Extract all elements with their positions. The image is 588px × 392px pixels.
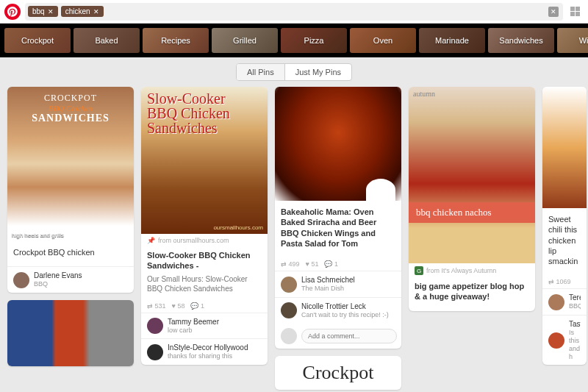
pin-stats: ⇄ 1069 [542,275,587,288]
pin-card[interactable]: autumn bbq chicken nachos G from It's Al… [409,87,535,311]
pin-image[interactable]: Slow-Cooker BBQ Chicken Sandwiches oursm… [141,87,268,234]
user-name: Darlene Evans [34,271,82,280]
pin-title-script: Crockpot [275,356,401,390]
user-name: Tammy Beemer [168,318,219,327]
pin-card[interactable]: Sweet chili this chicken lip smackin ⇄ 1… [542,87,587,365]
category-strip: Crockpot Baked Recipes Grilled Pizza Ove… [0,24,588,57]
pinner-row[interactable]: Tammy Beemer low carb [141,313,268,339]
category-grilled[interactable]: Grilled [212,28,278,53]
pin-grid: CROCKPOT BBQ Chicken SANDWICHES high hee… [0,87,588,390]
tab-all-pins[interactable]: All Pins [237,64,285,80]
grid-column: CROCKPOT BBQ Chicken SANDWICHES high hee… [7,87,134,366]
pin-image[interactable]: CROCKPOT BBQ Chicken SANDWICHES high hee… [7,87,134,241]
search-bar[interactable]: bbq ✕ chicken ✕ ✕ [25,3,563,21]
grid-column: autumn bbq chicken nachos G from It's Al… [409,87,535,311]
user-name: Lisa Schmeichel [301,276,355,285]
source-badge-icon: G [415,266,423,275]
pin-image[interactable]: autumn bbq chicken nachos [409,87,535,263]
image-overlay-text: Slow-Cooker BBQ Chicken Sandwiches [147,91,230,135]
search-tag-chicken[interactable]: chicken ✕ [61,6,104,17]
pin-title: big game appetizer blog hop & a huge giv… [415,281,529,302]
avatar [281,302,297,318]
tag-label: bbq [32,7,45,15]
remove-tag-icon[interactable]: ✕ [48,8,54,15]
pinner-row[interactable]: Teres BBQS [542,288,587,315]
comment-input[interactable] [301,329,397,343]
pin-title: Sweet chili this chicken lip smackin [548,214,581,266]
pin-card[interactable] [7,300,134,366]
commenter-row[interactable]: InStyle-Decor Hollywood thanks for shari… [141,338,268,365]
comment-count: 💬 1 [324,260,338,268]
pin-card[interactable]: CROCKPOT BBQ Chicken SANDWICHES high hee… [7,87,134,293]
category-crockpot[interactable]: Crockpot [4,28,71,53]
board-name: low carb [168,327,219,335]
pinner-row[interactable]: Lisa Schmeichel The Main Dish [275,271,401,297]
category-sandwiches[interactable]: Sandwiches [488,28,554,53]
category-oven[interactable]: Oven [350,28,416,53]
comment-text: thanks for sharing this [168,352,248,360]
tab-just-my-pins[interactable]: Just My Pins [285,64,351,80]
pin-card[interactable]: Bakeaholic Mama: Oven Baked Sriracha and… [275,87,401,349]
filter-tabs-row: All Pins Just My Pins [0,57,588,87]
search-tag-bbq[interactable]: bbq ✕ [28,6,58,17]
grid-column: Slow-Cooker BBQ Chicken Sandwiches oursm… [141,87,268,365]
pinterest-logo[interactable] [4,4,21,20]
image-overlay-text: CROCKPOT BBQ Chicken SANDWICHES [7,93,134,124]
header-bar: bbq ✕ chicken ✕ ✕ [0,0,588,24]
pin-image[interactable] [275,87,401,201]
comment-box [275,324,401,349]
filter-tabs: All Pins Just My Pins [236,63,352,81]
comment-text: Is this and h [569,329,581,360]
avatar [281,328,297,344]
commenter-row[interactable]: Tasty Is this and h [542,315,587,365]
grid-column: Sweet chili this chicken lip smackin ⇄ 1… [542,87,587,365]
category-recipes[interactable]: Recipes [143,28,209,53]
image-watermark: oursmallhours.com [213,224,263,231]
avatar [147,318,163,334]
category-baked[interactable]: Baked [74,28,140,53]
like-count: ♥ 51 [306,260,319,268]
avatar [147,344,163,360]
commenter-row[interactable]: Nicolle Trottier Leck Can't wait to try … [275,297,401,324]
grid-column: Bakeaholic Mama: Oven Baked Sriracha and… [275,87,401,390]
category-wings[interactable]: Wings [557,28,588,53]
category-marinade[interactable]: Marinade [419,28,485,53]
user-name: Tasty [569,320,581,329]
board-name: BBQS [569,302,581,310]
remove-tag-icon[interactable]: ✕ [93,8,99,15]
like-count: ♥ 58 [172,302,185,310]
pin-stats: ⇄ 499 ♥ 51 💬 1 [275,257,401,271]
pin-title: Crockpot BBQ chicken [13,247,128,257]
pin-title: Bakeaholic Mama: Oven Baked Sriracha and… [281,207,395,249]
avatar [281,277,297,293]
comment-count: 💬 1 [190,302,204,310]
pin-description: Our Small Hours: Slow-Cooker BBQ Chicken… [147,274,262,293]
comment-text: Can't wait to try this recipe! :-) [301,311,389,319]
grid-view-button[interactable] [567,4,584,20]
avatar [548,294,564,310]
user-name: Nicolle Trottier Leck [301,302,389,311]
pin-card[interactable]: Crockpot [275,356,401,390]
image-banner-text: bbq chicken nachos [409,202,535,223]
avatar [548,332,564,349]
pin-icon: 📌 [147,237,155,244]
pin-image[interactable] [542,87,587,208]
image-source-label: autumn [413,90,435,98]
pin-card[interactable]: Slow-Cooker BBQ Chicken Sandwiches oursm… [141,87,268,365]
category-pizza[interactable]: Pizza [281,28,347,53]
pin-source: 📌 from oursmallhours.com [141,234,268,244]
pin-source: G from It's Always Autumn [409,263,535,275]
pinner-row[interactable]: Darlene Evans BBQ [7,266,134,293]
repin-count: ⇄ 531 [147,302,166,310]
repin-count: ⇄ 1069 [548,278,571,285]
pinterest-icon [7,7,18,17]
avatar [13,272,29,288]
board-name: The Main Dish [301,285,355,293]
pin-image[interactable] [7,300,134,366]
clear-search-icon[interactable]: ✕ [548,7,559,17]
user-name: Teres [569,293,581,302]
tag-label: chicken [65,7,90,15]
repin-count: ⇄ 499 [281,260,300,268]
image-watermark: high heels and grills [12,232,64,238]
user-name: InStyle-Decor Hollywood [168,343,248,352]
